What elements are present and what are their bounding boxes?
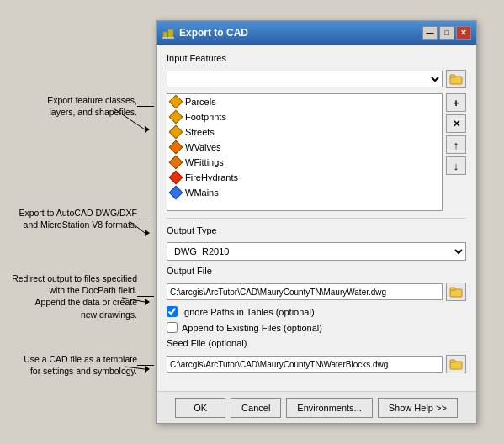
export-to-cad-dialog: Export to CAD — □ ✕ Input Features xyxy=(156,20,477,424)
output-type-label: Output Type xyxy=(167,225,466,235)
maximize-button[interactable]: □ xyxy=(439,26,454,40)
output-type-row: DWG_R2010DWG_R2007DWG_R2004DXF_R2010 xyxy=(167,242,466,261)
output-type-select[interactable]: DWG_R2010DWG_R2007DWG_R2004DXF_R2010 xyxy=(167,242,466,261)
minimize-button[interactable]: — xyxy=(422,26,438,40)
annotations-panel: Export feature classes,layers, and shape… xyxy=(0,20,156,424)
feature-name-label: Footprints xyxy=(185,112,226,122)
list-item[interactable]: Streets xyxy=(167,124,442,140)
append-label[interactable]: Append to Existing Files (optional) xyxy=(182,323,322,333)
annotation-output-type: Export to AutoCAD DWG/DXFand MicroStatio… xyxy=(19,207,137,230)
annotation-redirect: Redirect output to files specifiedwith t… xyxy=(12,272,137,320)
list-item[interactable]: WFittings xyxy=(167,155,442,170)
list-item[interactable]: Footprints xyxy=(167,109,442,124)
feature-diamond-icon xyxy=(169,171,183,185)
dialog-icon xyxy=(162,26,175,40)
add-feature-button[interactable]: + xyxy=(446,93,466,112)
svg-rect-12 xyxy=(450,75,455,77)
ok-button[interactable]: OK xyxy=(175,398,225,418)
feature-name-label: FireHydrants xyxy=(185,172,238,182)
append-row: Append to Existing Files (optional) xyxy=(167,322,466,333)
feature-name-label: WFittings xyxy=(185,157,224,167)
folder-browse-icon xyxy=(449,286,463,298)
environments-button[interactable]: Environments... xyxy=(286,398,372,418)
seed-file-input[interactable] xyxy=(167,356,443,373)
dialog-title: Export to CAD xyxy=(179,27,422,39)
svg-marker-3 xyxy=(145,230,150,236)
feature-list-container: ParcelsFootprintsStreetsWValvesWFittings… xyxy=(167,93,466,211)
feature-name-label: WMains xyxy=(185,188,219,198)
close-button[interactable]: ✕ xyxy=(456,26,471,40)
feature-diamond-icon xyxy=(169,140,183,155)
output-file-row xyxy=(167,283,466,301)
move-down-button[interactable]: ↓ xyxy=(446,156,466,175)
feature-diamond-icon xyxy=(169,156,183,170)
feature-diamond-icon xyxy=(169,125,183,140)
feature-diamond-icon xyxy=(169,110,183,124)
svg-marker-7 xyxy=(145,366,150,373)
svg-rect-14 xyxy=(450,288,455,290)
output-file-input[interactable] xyxy=(167,283,443,300)
annotation-features: Export feature classes,layers, and shape… xyxy=(47,94,137,118)
ignore-paths-label[interactable]: Ignore Paths in Tables (optional) xyxy=(182,307,315,317)
feature-name-label: Streets xyxy=(185,127,215,137)
append-checkbox[interactable] xyxy=(167,322,178,333)
seed-file-row xyxy=(167,355,466,373)
seed-file-label: Seed File (optional) xyxy=(167,338,466,348)
input-features-browse-button[interactable] xyxy=(446,70,466,88)
dialog-body: Input Features ParcelsFootprintsStreetsW… xyxy=(157,45,476,391)
move-up-button[interactable]: ↑ xyxy=(446,135,466,154)
list-item[interactable]: FireHydrants xyxy=(167,170,442,185)
input-features-row xyxy=(167,70,466,88)
cancel-button[interactable]: Cancel xyxy=(231,398,281,418)
feature-name-label: WValves xyxy=(185,142,221,152)
list-item[interactable]: WValves xyxy=(167,140,442,155)
list-item[interactable]: Parcels xyxy=(167,94,442,109)
ignore-paths-checkbox[interactable] xyxy=(167,306,178,317)
annotation-seed: Use a CAD file as a templatefor settings… xyxy=(24,353,137,377)
feature-name-label: Parcels xyxy=(185,97,216,107)
feature-list[interactable]: ParcelsFootprintsStreetsWValvesWFittings… xyxy=(167,93,443,211)
list-action-buttons: + ✕ ↑ ↓ xyxy=(446,93,466,211)
svg-rect-8 xyxy=(163,32,167,38)
window-controls: — □ ✕ xyxy=(422,26,471,40)
input-features-label: Input Features xyxy=(167,53,466,63)
svg-rect-9 xyxy=(168,29,173,38)
page-layout: Export feature classes,layers, and shape… xyxy=(0,0,504,444)
output-file-browse-button[interactable] xyxy=(446,283,466,301)
title-bar: Export to CAD — □ ✕ xyxy=(157,21,476,45)
seed-file-browse-button[interactable] xyxy=(446,355,466,373)
list-item[interactable]: WMains xyxy=(167,185,442,200)
folder-open-icon xyxy=(449,73,463,85)
show-help-button[interactable]: Show Help >> xyxy=(378,398,458,418)
remove-feature-button[interactable]: ✕ xyxy=(446,114,466,133)
feature-diamond-icon xyxy=(169,95,183,109)
ignore-paths-row: Ignore Paths in Tables (optional) xyxy=(167,306,466,317)
input-features-select[interactable] xyxy=(167,71,443,87)
svg-rect-16 xyxy=(450,360,455,362)
output-file-label: Output File xyxy=(167,266,466,276)
seed-folder-icon xyxy=(449,358,463,370)
dialog-footer: OK Cancel Environments... Show Help >> xyxy=(157,391,476,423)
svg-marker-5 xyxy=(145,299,150,305)
svg-marker-1 xyxy=(145,126,150,133)
separator-1 xyxy=(167,218,466,219)
feature-diamond-icon xyxy=(169,186,183,200)
